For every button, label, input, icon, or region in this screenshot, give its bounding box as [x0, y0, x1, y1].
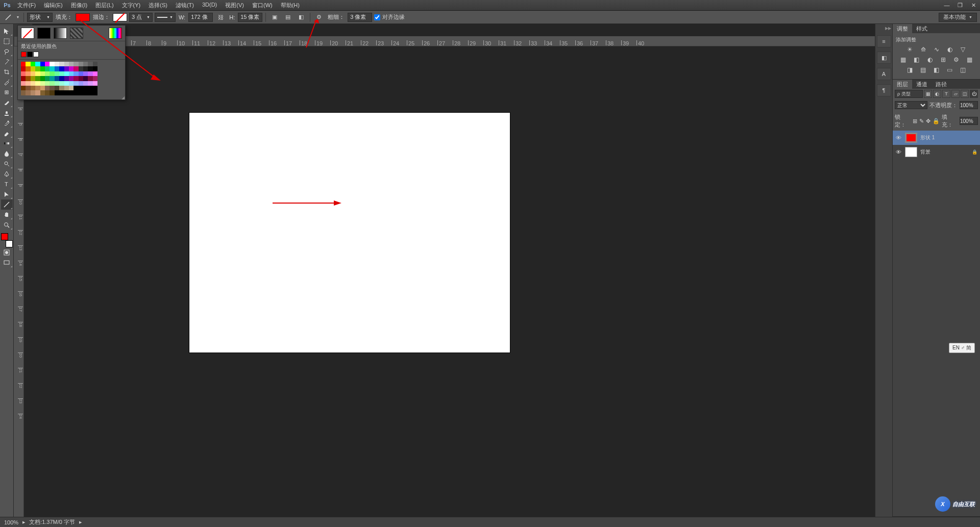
color-swatch[interactable]: [35, 90, 40, 95]
color-swatch[interactable]: [79, 90, 83, 95]
color-picker-swatch[interactable]: [109, 28, 122, 39]
pattern-fill-swatch[interactable]: [70, 28, 83, 39]
color-swatch[interactable]: [50, 90, 54, 95]
document-canvas[interactable]: [189, 113, 510, 353]
dodge-tool[interactable]: [1, 159, 13, 169]
color-swatch[interactable]: [69, 81, 74, 86]
color-swatch[interactable]: [93, 81, 97, 86]
layer-shape1[interactable]: 👁 形状 1: [893, 131, 980, 145]
menu-layer[interactable]: 图层(L): [91, 0, 117, 10]
pen-tool[interactable]: [1, 169, 13, 179]
color-swatch[interactable]: [83, 86, 88, 90]
color-swatch[interactable]: [40, 76, 45, 81]
recent-swatch[interactable]: [21, 52, 27, 57]
color-swatch[interactable]: [88, 76, 92, 81]
layer-filter-kind[interactable]: ρ 类型: [895, 90, 923, 98]
color-swatch[interactable]: [45, 62, 50, 66]
stroke-width-select[interactable]: 3 点▼: [129, 13, 153, 22]
color-swatch[interactable]: [64, 90, 69, 95]
color-swatch[interactable]: [93, 62, 97, 66]
color-swatch[interactable]: [59, 76, 64, 81]
color-swatch[interactable]: [31, 66, 35, 71]
color-swatch[interactable]: [21, 90, 26, 95]
adj-poster-icon[interactable]: ▤: [919, 66, 928, 74]
filter-smart-icon[interactable]: ◫: [961, 90, 969, 98]
filter-adj-icon[interactable]: ◐: [933, 90, 941, 98]
color-swatch[interactable]: [40, 86, 45, 90]
filter-toggle[interactable]: ⏻: [970, 90, 978, 98]
recent-swatch[interactable]: [33, 52, 39, 57]
menu-view[interactable]: 视图(V): [221, 0, 248, 10]
color-swatch[interactable]: [26, 86, 30, 90]
color-swatch[interactable]: [26, 90, 30, 95]
color-swatch[interactable]: [35, 81, 40, 86]
stamp-tool[interactable]: [1, 108, 13, 118]
color-swatch[interactable]: [40, 90, 45, 95]
color-swatch[interactable]: [59, 66, 64, 71]
color-swatch[interactable]: [21, 66, 26, 71]
color-swatch[interactable]: [64, 66, 69, 71]
color-swatch[interactable]: [69, 71, 74, 76]
lock-all-icon[interactable]: 🔒: [933, 118, 940, 124]
marquee-tool[interactable]: [1, 36, 13, 46]
paths-tab[interactable]: 路径: [932, 80, 951, 89]
color-swatch[interactable]: [31, 90, 35, 95]
color-swatch[interactable]: [50, 71, 54, 76]
color-swatch[interactable]: [31, 76, 35, 81]
color-swatch[interactable]: [26, 66, 30, 71]
color-swatch[interactable]: [50, 81, 54, 86]
zoom-level[interactable]: 100%: [4, 519, 18, 525]
color-swatch[interactable]: [69, 62, 74, 66]
menu-filter[interactable]: 滤镜(T): [172, 0, 198, 10]
adj-photo-icon[interactable]: ◐: [925, 56, 935, 64]
color-swatch[interactable]: [55, 81, 59, 86]
color-swatch[interactable]: [88, 62, 92, 66]
color-swatch[interactable]: [21, 86, 26, 90]
color-swatch[interactable]: [93, 71, 97, 76]
color-swatch[interactable]: [55, 76, 59, 81]
color-swatch[interactable]: [55, 86, 59, 90]
shape-mode-select[interactable]: 形状▼: [27, 13, 53, 22]
color-swatch[interactable]: [40, 66, 45, 71]
adjustments-tab[interactable]: 调整: [893, 24, 912, 33]
adj-vibrance-icon[interactable]: ▽: [959, 45, 968, 54]
adj-thresh-icon[interactable]: ◧: [932, 66, 941, 74]
fill-swatch[interactable]: [76, 13, 90, 21]
gradient-fill-swatch[interactable]: [54, 28, 67, 39]
menu-image[interactable]: 图像(I): [67, 0, 91, 10]
color-swatch[interactable]: [79, 71, 83, 76]
link-wh-icon[interactable]: ⛓: [215, 12, 226, 22]
color-swatch[interactable]: [50, 86, 54, 90]
color-swatch[interactable]: [45, 81, 50, 86]
workspace-switcher[interactable]: 基本功能▼: [939, 13, 977, 22]
color-swatch[interactable]: [31, 62, 35, 66]
filter-pixel-icon[interactable]: ▦: [924, 90, 932, 98]
filter-type-icon[interactable]: T: [942, 90, 950, 98]
popup-resize-handle[interactable]: [120, 94, 125, 99]
char-panel-icon[interactable]: A: [877, 68, 891, 80]
eraser-tool[interactable]: [1, 128, 13, 138]
color-swatch[interactable]: [21, 76, 26, 81]
stroke-swatch[interactable]: [113, 13, 127, 21]
menu-edit[interactable]: 编辑(E): [40, 0, 67, 10]
color-swatch[interactable]: [83, 62, 88, 66]
drawn-arrow-shape[interactable]: [273, 200, 341, 206]
color-swatch[interactable]: [88, 86, 92, 90]
eyedropper-tool[interactable]: [1, 77, 13, 87]
color-swatch[interactable]: [74, 90, 78, 95]
antialias-checkbox[interactable]: [374, 14, 380, 20]
color-swatch[interactable]: [21, 71, 26, 76]
adj-hue-icon[interactable]: ▦: [899, 56, 908, 64]
window-minimize[interactable]: —: [940, 0, 953, 10]
color-swatch[interactable]: [26, 81, 30, 86]
height-input[interactable]: 15 像素: [238, 13, 262, 22]
color-swatch[interactable]: [79, 76, 83, 81]
hand-tool[interactable]: [1, 210, 13, 220]
color-swatch[interactable]: [40, 81, 45, 86]
color-swatch[interactable]: [93, 76, 97, 81]
window-close[interactable]: ✕: [967, 0, 980, 10]
color-swatch[interactable]: [59, 86, 64, 90]
color-swatch[interactable]: [93, 86, 97, 90]
color-swatch[interactable]: [74, 76, 78, 81]
adj-brightness-icon[interactable]: ☀: [905, 45, 915, 54]
